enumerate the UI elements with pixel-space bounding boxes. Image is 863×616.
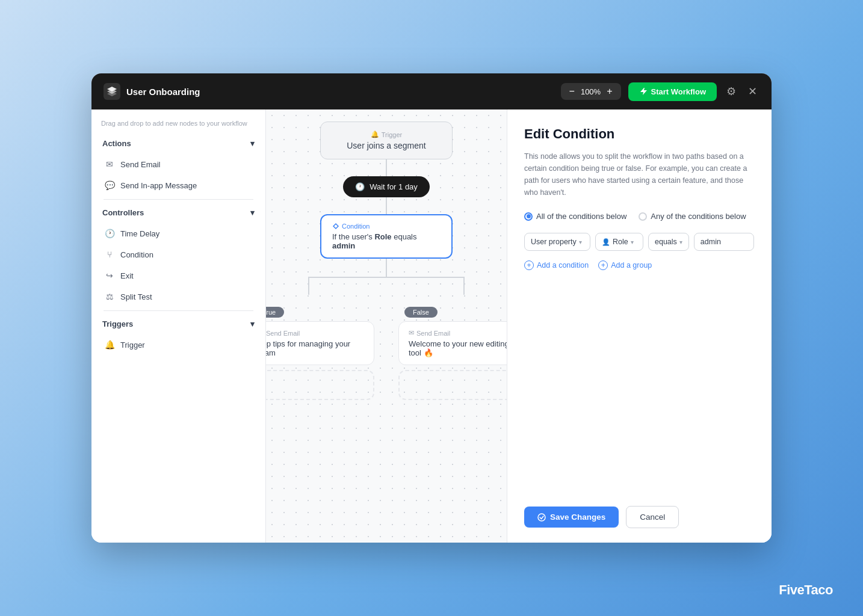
add-condition-button[interactable]: + Add a condition — [524, 260, 589, 270]
bell-icon: 🔔 — [105, 340, 114, 350]
condition-node-label: Condition — [332, 223, 441, 230]
property-select[interactable]: User property ▾ — [524, 233, 590, 251]
cancel-button[interactable]: Cancel — [626, 506, 679, 528]
clock-small-icon: 🕐 — [355, 182, 365, 191]
operator-select[interactable]: equals ▾ — [648, 233, 689, 251]
condition-text-value: admin — [332, 241, 355, 250]
trigger-node-label: 🔔 Trigger — [333, 131, 440, 138]
save-changes-label: Save Changes — [550, 513, 605, 522]
edit-panel-title: Edit Condition — [524, 126, 755, 142]
true-branch: True ✉ Send Email Top tips for managing … — [266, 307, 380, 400]
false-branch: False ✉ Send Email Welcome to your new e… — [392, 307, 507, 400]
triggers-group-header[interactable]: Triggers ▾ — [96, 315, 261, 333]
zoom-in-button[interactable]: + — [605, 87, 613, 96]
action-buttons: Save Changes Cancel — [524, 506, 755, 528]
person-icon: 👤 — [602, 238, 610, 246]
sidebar-item-exit[interactable]: ↪ Exit — [96, 265, 261, 286]
sidebar-item-send-email[interactable]: ✉ Send Email — [96, 154, 261, 174]
wait-node-label: Wait for 1 day — [370, 182, 418, 191]
operator-chevron-icon: ▾ — [679, 239, 682, 245]
controllers-label: Controllers — [102, 208, 144, 217]
condition-text-prefix: If the user's — [332, 232, 374, 241]
app-logo-icon — [104, 83, 120, 100]
condition-node[interactable]: Condition If the user's Role equals admi… — [320, 214, 453, 259]
actions-chevron-icon: ▾ — [250, 139, 255, 148]
email-node-2-label: ✉ Send Email — [409, 329, 507, 337]
trigger-node-title: User joins a segment — [333, 141, 440, 150]
start-workflow-button[interactable]: Start Workflow — [628, 82, 717, 101]
connector-2 — [386, 197, 387, 214]
lightning-icon — [639, 87, 648, 96]
add-condition-label: Add a condition — [537, 261, 589, 270]
triggers-label: Triggers — [102, 319, 133, 328]
condition-text-role: Role — [374, 232, 391, 241]
email-icon: ✉ — [105, 159, 114, 169]
bell-small-icon: 🔔 — [371, 131, 379, 138]
exit-label: Exit — [120, 271, 134, 280]
value-input[interactable] — [694, 233, 754, 251]
email-node-2[interactable]: ✉ Send Email Welcome to your new editing… — [398, 321, 507, 365]
property-select-label: User property — [531, 238, 577, 246]
settings-button[interactable]: ⚙ — [724, 82, 738, 100]
email-node-2-title: Welcome to your new editing tool 🔥 — [409, 339, 507, 357]
sidebar-item-send-inapp[interactable]: 💬 Send In-app Message — [96, 175, 261, 196]
add-buttons: + Add a condition + Add a group — [524, 260, 755, 270]
branch-nodes-row: True ✉ Send Email Top tips for managing … — [266, 307, 507, 400]
branch-connector — [266, 259, 507, 307]
sidebar-item-time-delay[interactable]: 🕐 Time Delay — [96, 223, 261, 244]
email-icon-2: ✉ — [409, 329, 414, 337]
zoom-out-button[interactable]: − — [568, 87, 576, 96]
trigger-label: Trigger — [120, 340, 145, 350]
exit-icon: ↪ — [105, 271, 114, 280]
branding: FiveTaco — [779, 582, 833, 598]
all-conditions-dot — [527, 214, 531, 218]
chat-icon: 💬 — [105, 180, 114, 190]
time-delay-label: Time Delay — [120, 229, 159, 238]
branding-text: FiveTaco — [779, 582, 833, 597]
actions-section: Actions ▾ ✉ Send Email 💬 Send In-app Mes… — [91, 133, 265, 356]
sidebar-item-condition[interactable]: ⑂ Condition — [96, 244, 261, 265]
all-conditions-radio[interactable] — [524, 212, 533, 221]
condition-text-middle: equals — [392, 232, 417, 241]
split-icon: ⚖ — [105, 292, 114, 301]
workflow-container: 🔔 Trigger User joins a segment 🕐 Wait fo… — [266, 122, 507, 400]
titlebar-logo: User Onboarding — [104, 83, 200, 100]
send-email-label: Send Email — [120, 160, 160, 169]
email-node-1-title: Top tips for managing your team — [266, 339, 364, 357]
add-group-label: Add a group — [611, 261, 652, 270]
canvas-area[interactable]: 🔔 Trigger User joins a segment 🕐 Wait fo… — [266, 109, 507, 543]
clock-icon: 🕐 — [105, 229, 114, 238]
all-conditions-option[interactable]: All of the conditions below — [524, 212, 626, 221]
add-group-icon: + — [598, 260, 608, 270]
save-icon — [537, 513, 546, 522]
actions-group-header[interactable]: Actions ▾ — [96, 134, 261, 153]
add-group-button[interactable]: + Add a group — [598, 260, 652, 270]
sidebar-item-split-test[interactable]: ⚖ Split Test — [96, 286, 261, 307]
start-workflow-label: Start Workflow — [651, 87, 707, 96]
any-conditions-option[interactable]: Any of the conditions below — [639, 212, 746, 221]
titlebar: User Onboarding − 100% + Start Workflow … — [91, 73, 772, 109]
zoom-level: 100% — [581, 87, 601, 96]
condition-icon: ⑂ — [105, 250, 114, 259]
app-title: User Onboarding — [126, 87, 200, 97]
actions-label: Actions — [102, 139, 131, 148]
close-button[interactable]: ✕ — [746, 82, 759, 100]
trigger-node[interactable]: 🔔 Trigger User joins a segment — [320, 122, 453, 159]
controllers-group-header[interactable]: Controllers ▾ — [96, 203, 261, 222]
role-select-label: Role — [613, 238, 628, 246]
any-conditions-label: Any of the conditions below — [651, 212, 746, 221]
false-badge: False — [404, 307, 438, 318]
send-inapp-label: Send In-app Message — [120, 181, 197, 190]
wait-node[interactable]: 🕐 Wait for 1 day — [343, 176, 430, 197]
panel-spacer — [524, 285, 755, 506]
edit-panel: Edit Condition This node allows you to s… — [507, 109, 772, 543]
sidebar-item-trigger[interactable]: 🔔 Trigger — [96, 334, 261, 355]
role-select[interactable]: 👤 Role ▾ — [595, 233, 643, 251]
any-conditions-radio[interactable] — [639, 212, 647, 221]
email-node-1[interactable]: ✉ Send Email Top tips for managing your … — [266, 321, 374, 365]
condition-label: Condition — [120, 250, 153, 259]
email-placeholder-1 — [266, 370, 374, 400]
main-content: Drag and drop to add new nodes to your w… — [91, 109, 772, 543]
save-changes-button[interactable]: Save Changes — [524, 507, 619, 528]
condition-mode-row: All of the conditions below Any of the c… — [524, 212, 755, 221]
